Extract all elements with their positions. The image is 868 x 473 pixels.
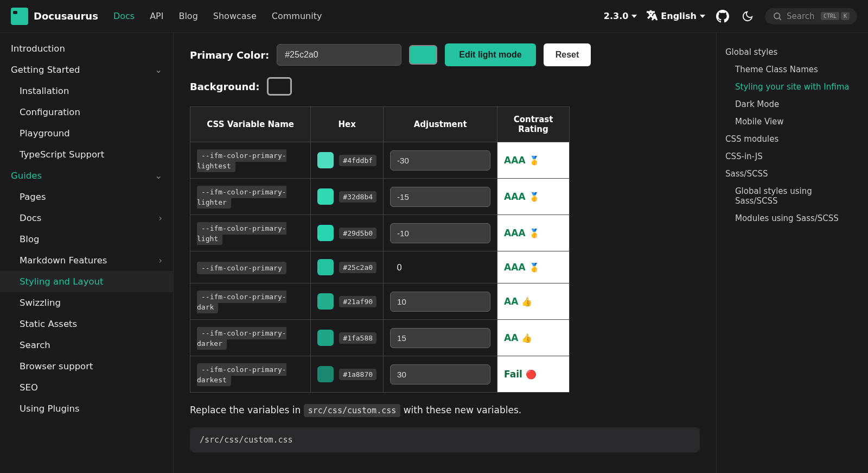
nav-link-blog[interactable]: Blog: [178, 11, 197, 21]
nav-link-community[interactable]: Community: [272, 11, 322, 21]
table-row: --ifm-color-primary#25c2a00AAA 🥇: [190, 251, 570, 283]
nav-link-showcase[interactable]: Showcase: [213, 11, 257, 21]
css-var-name: --ifm-color-primary-lightest: [197, 149, 286, 172]
sidebar-item-label: Search: [20, 340, 50, 350]
adjustment-input[interactable]: [390, 328, 490, 348]
sidebar-item-installation[interactable]: Installation: [0, 80, 173, 102]
language-label: English: [661, 11, 697, 21]
rating-emoji-icon: 🔴: [526, 369, 537, 380]
sidebar-item-static-assets[interactable]: Static Assets: [0, 313, 173, 335]
contrast-rating: AAA: [504, 155, 528, 166]
hex-value: #21af90: [339, 296, 376, 307]
search-box[interactable]: Search CTRL K: [765, 8, 857, 24]
sidebar-item-label: Configuration: [20, 107, 80, 117]
sidebar-item-browser-support[interactable]: Browser support: [0, 356, 173, 377]
toc-item-dark-mode[interactable]: Dark Mode: [717, 96, 863, 113]
chevron-down-icon: ⌄: [155, 171, 162, 181]
color-swatch: [317, 225, 334, 241]
sidebar-item-swizzling[interactable]: Swizzling: [0, 292, 173, 313]
toc-item-css-modules[interactable]: CSS modules: [717, 130, 863, 148]
reset-button[interactable]: Reset: [544, 43, 591, 66]
color-swatch: [317, 259, 334, 275]
toc-item-mobile-view[interactable]: Mobile View: [717, 113, 863, 130]
color-table: CSS Variable NameHexAdjustmentContrast R…: [190, 106, 570, 393]
primary-color-input[interactable]: [277, 44, 401, 66]
sidebar-item-using-plugins[interactable]: Using Plugins: [0, 398, 173, 419]
adjustment-input[interactable]: [390, 292, 490, 312]
adjustment-input[interactable]: [390, 150, 490, 171]
contrast-rating: AAA: [504, 191, 528, 202]
color-swatch: [317, 330, 334, 346]
color-swatch: [317, 293, 334, 310]
translate-icon: [647, 10, 658, 23]
adjustment-value: 0: [390, 262, 409, 273]
adjustment-input[interactable]: [390, 187, 490, 207]
language-dropdown[interactable]: English: [647, 10, 705, 23]
toc-item-theme-class-names[interactable]: Theme Class Names: [717, 61, 863, 78]
sidebar-item-docs[interactable]: Docs›: [0, 207, 173, 229]
search-icon: [773, 11, 782, 21]
sidebar-item-label: Guides: [11, 171, 42, 181]
css-var-name: --ifm-color-primary: [197, 262, 286, 274]
toc-item-global-styles[interactable]: Global styles: [717, 43, 863, 61]
version-label: 2.3.0: [604, 11, 629, 21]
nav-link-api[interactable]: API: [150, 11, 163, 21]
svg-line-1: [779, 18, 781, 20]
hex-value: #25c2a0: [339, 262, 376, 273]
sidebar-item-label: Browser support: [20, 361, 93, 371]
version-dropdown[interactable]: 2.3.0: [604, 11, 637, 21]
primary-color-swatch[interactable]: [409, 45, 437, 65]
sidebar-item-markdown-features[interactable]: Markdown Features›: [0, 250, 173, 271]
hex-value: #1a8870: [339, 369, 376, 380]
sidebar-item-introduction[interactable]: Introduction: [0, 38, 173, 59]
github-link[interactable]: [715, 9, 730, 24]
sidebar-item-guides[interactable]: Guides⌄: [0, 165, 173, 186]
rating-emoji-icon: 👍: [521, 297, 532, 307]
rating-emoji-icon: 🥇: [529, 155, 540, 166]
sidebar-item-styling-and-layout[interactable]: Styling and Layout: [0, 271, 173, 292]
table-row: --ifm-color-primary-dark#21af90AA 👍: [190, 283, 570, 320]
theme-toggle[interactable]: [740, 9, 755, 24]
rating-emoji-icon: 🥇: [529, 228, 540, 238]
color-swatch: [317, 188, 334, 205]
sidebar-item-label: TypeScript Support: [20, 149, 104, 160]
sidebar-item-label: Styling and Layout: [20, 276, 103, 287]
custom-css-path: src/css/custom.css: [304, 404, 401, 417]
toc-item-sass-scss[interactable]: Sass/SCSS: [717, 165, 863, 182]
sidebar-item-seo[interactable]: SEO: [0, 377, 173, 398]
sidebar-item-label: Installation: [20, 86, 69, 96]
sidebar-item-label: Swizzling: [20, 298, 61, 308]
sidebar-item-typescript-support[interactable]: TypeScript Support: [0, 144, 173, 165]
adjustment-input[interactable]: [390, 364, 490, 384]
code-block-title: /src/css/custom.css: [190, 427, 700, 452]
sidebar-item-configuration[interactable]: Configuration: [0, 102, 173, 123]
sidebar-item-blog[interactable]: Blog: [0, 229, 173, 250]
color-swatch: [317, 366, 334, 382]
sidebar-item-playground[interactable]: Playground: [0, 123, 173, 144]
primary-color-label: Primary Color:: [190, 49, 269, 61]
contrast-rating: AAA: [504, 228, 528, 238]
toc-item-modules-using-sass-scss[interactable]: Modules using Sass/SCSS: [717, 210, 863, 227]
toc-item-styling-your-site-with-infima[interactable]: Styling your site with Infima: [717, 78, 863, 96]
table-row: --ifm-color-primary-darkest#1a8870Fail 🔴: [190, 356, 570, 393]
sidebar-item-label: Playground: [20, 128, 70, 138]
sidebar-item-label: Getting Started: [11, 65, 80, 75]
contrast-rating: AA: [504, 296, 521, 307]
toc-item-css-in-js[interactable]: CSS-in-JS: [717, 148, 863, 165]
sidebar-item-label: Introduction: [11, 43, 65, 54]
logo[interactable]: Docusaurus: [11, 8, 98, 25]
sidebar[interactable]: IntroductionGetting Started⌄Installation…: [0, 33, 174, 473]
navbar: Docusaurus DocsAPIBlogShowcaseCommunity …: [0, 0, 868, 33]
toc-item-global-styles-using-sass-scss[interactable]: Global styles using Sass/SCSS: [717, 182, 863, 210]
background-swatch[interactable]: [267, 77, 292, 96]
sidebar-item-getting-started[interactable]: Getting Started⌄: [0, 59, 173, 80]
nav-link-docs[interactable]: Docs: [113, 11, 135, 21]
edit-light-mode-button[interactable]: Edit light mode: [445, 43, 536, 66]
sidebar-item-pages[interactable]: Pages: [0, 186, 173, 207]
sidebar-item-search[interactable]: Search: [0, 335, 173, 356]
chevron-right-icon: ›: [158, 255, 162, 266]
search-placeholder: Search: [787, 11, 816, 21]
css-var-name: --ifm-color-primary-lighter: [197, 186, 286, 209]
moon-icon: [742, 10, 754, 22]
adjustment-input[interactable]: [390, 223, 490, 243]
